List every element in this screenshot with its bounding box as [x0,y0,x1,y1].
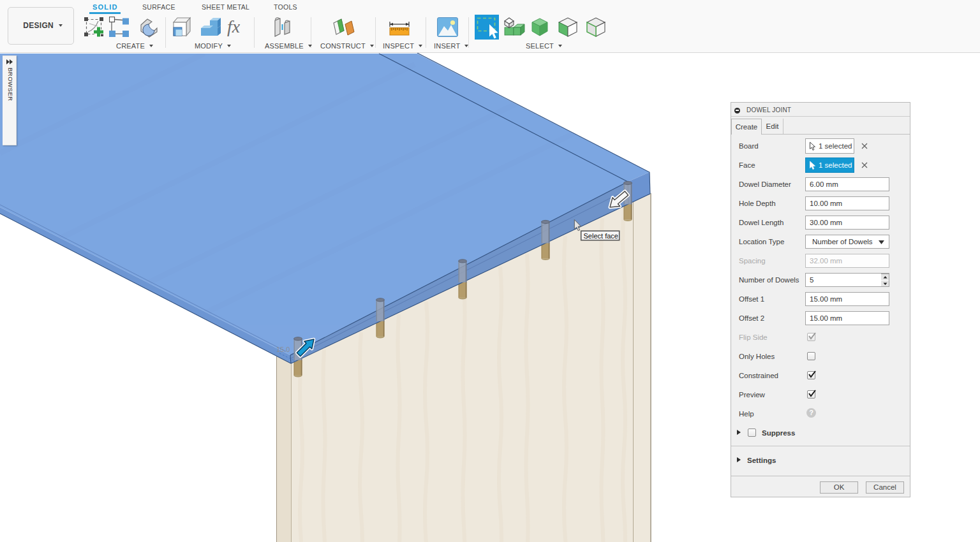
svg-text:Select face: Select face [584,232,618,240]
svg-text:15.0: 15.0 [276,346,290,353]
